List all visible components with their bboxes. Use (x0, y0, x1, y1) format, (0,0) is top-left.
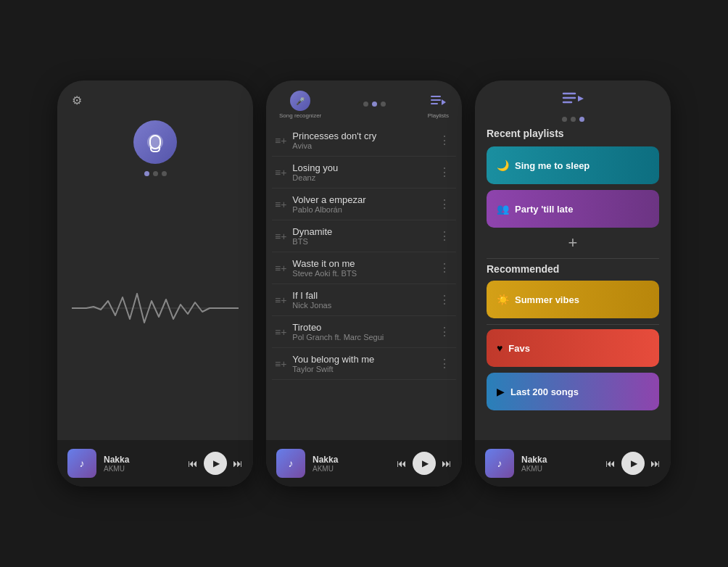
more-icon-1[interactable]: ⋮ (436, 133, 453, 147)
song-recognizer-label: Song recognizer (279, 112, 321, 119)
add-playlist-button[interactable]: + (487, 233, 659, 252)
song-info-6: If I fall Nick Jonas (292, 290, 436, 310)
add-queue-icon-5[interactable]: ≡+ (275, 262, 286, 274)
add-queue-icon-7[interactable]: ≡+ (275, 326, 286, 338)
playlist-card-party-till-late[interactable]: 👥 Party 'till late (487, 190, 659, 228)
phone3-album-art: ♪ (485, 449, 514, 478)
phone3-next-button[interactable]: ⏭ (650, 458, 661, 469)
playlists-label: Playlists (428, 112, 449, 119)
more-icon-8[interactable]: ⋮ (436, 357, 453, 371)
playlists-nav-button[interactable]: Playlists (428, 91, 449, 119)
phone1-prev-button[interactable]: ⏮ (188, 458, 198, 469)
phone2-next-button[interactable]: ⏭ (442, 458, 452, 469)
more-icon-5[interactable]: ⋮ (436, 261, 453, 275)
playlist-card-summer-vibes[interactable]: ☀️ Summer vibes (487, 281, 659, 318)
mic-icon (149, 135, 161, 149)
waveform-svg (72, 286, 239, 330)
divider-1 (487, 258, 659, 259)
summer-icon: ☀️ (497, 294, 509, 305)
phone2-dots (363, 102, 386, 107)
phone2-player-controls: ⏮ ▶ ⏭ (397, 452, 452, 475)
dot-2 (153, 171, 158, 176)
song-title-3: Volver a empezar (292, 194, 436, 205)
sing-me-label: Sing me to sleep (515, 160, 590, 171)
phone3-dots (475, 117, 671, 122)
phone2-prev-button[interactable]: ⏮ (397, 458, 407, 469)
phone3-player-title: Nakka (521, 455, 598, 465)
phone2-album-art-icon: ♪ (289, 458, 294, 469)
add-queue-icon-8[interactable]: ≡+ (275, 358, 286, 370)
phone2-dot-3 (381, 102, 386, 107)
song-info-8: You belong with me Taylor Swift (292, 354, 436, 373)
song-info-3: Volver a empezar Pablo Alborán (292, 194, 436, 214)
song-title-5: Waste it on me (292, 258, 436, 269)
song-item-8: ≡+ You belong with me Taylor Swift ⋮ (272, 348, 456, 380)
dot-1 (144, 171, 149, 176)
phone2-header: 🎤 Song recognizer Playlists (266, 80, 462, 125)
add-playlist-icon: + (568, 233, 578, 252)
playlist-icon (428, 91, 448, 111)
song-artist-5: Steve Aoki ft. BTS (292, 269, 436, 278)
phone1-content (57, 113, 253, 440)
song-info-4: Dynamite BTS (292, 226, 436, 246)
add-queue-icon-4[interactable]: ≡+ (275, 231, 286, 242)
phone2-player-info: Nakka AKMU (313, 455, 389, 473)
summer-label: Summer vibes (515, 294, 579, 305)
song-item-7: ≡+ Tiroteo Pol Granch ft. Marc Segui ⋮ (272, 316, 456, 348)
phones-container: ⚙ ♪ Nakka AKMU (57, 80, 671, 487)
more-icon-6[interactable]: ⋮ (436, 293, 453, 307)
more-icon-7[interactable]: ⋮ (436, 325, 453, 339)
phone2-play-button[interactable]: ▶ (413, 452, 436, 475)
phone-1: ⚙ ♪ Nakka AKMU (57, 80, 253, 487)
phone3-play-icon: ▶ (631, 458, 637, 468)
song-item-5: ≡+ Waste it on me Steve Aoki ft. BTS ⋮ (272, 252, 456, 284)
add-queue-icon-2[interactable]: ≡+ (275, 167, 286, 178)
add-queue-icon-6[interactable]: ≡+ (275, 294, 286, 306)
phone1-album-art: ♪ (67, 449, 96, 478)
song-artist-6: Nick Jonas (292, 301, 436, 310)
phone1-play-button[interactable]: ▶ (204, 452, 227, 475)
song-title-1: Princesses don't cry (292, 131, 436, 141)
phone1-play-icon: ▶ (213, 458, 220, 468)
playlist-card-favs[interactable]: ♥ Favs (487, 329, 659, 367)
gear-icon[interactable]: ⚙ (72, 94, 82, 107)
svg-marker-8 (578, 96, 584, 102)
more-icon-3[interactable]: ⋮ (436, 197, 453, 211)
phone2-album-art: ♪ (276, 449, 305, 478)
song-info-2: Losing you Deanz (292, 162, 436, 182)
dot-3 (162, 171, 167, 176)
phone3-player-bar: ♪ Nakka AKMU ⏮ ▶ ⏭ (475, 440, 671, 487)
song-info-7: Tiroteo Pol Granch ft. Marc Segui (292, 322, 436, 342)
phone2-player-artist: AKMU (313, 465, 389, 473)
last200-label: Last 200 songs (510, 386, 579, 397)
phone1-player-controls: ⏮ ▶ ⏭ (188, 452, 243, 475)
phone3-header (475, 80, 671, 109)
more-icon-4[interactable]: ⋮ (436, 229, 453, 243)
playlist-card-sing-me-to-sleep[interactable]: 🌙 Sing me to sleep (487, 146, 659, 184)
phone1-player-title: Nakka (104, 455, 181, 465)
more-icon-2[interactable]: ⋮ (436, 165, 453, 179)
song-item-6: ≡+ If I fall Nick Jonas ⋮ (272, 284, 456, 316)
phone3-play-button[interactable]: ▶ (621, 452, 645, 475)
add-queue-icon-3[interactable]: ≡+ (275, 199, 286, 210)
phone1-next-button[interactable]: ⏭ (233, 458, 243, 469)
song-title-6: If I fall (292, 290, 436, 301)
phone2-player-bar: ♪ Nakka AKMU ⏮ ▶ ⏭ (266, 440, 462, 487)
song-title-2: Losing you (292, 162, 436, 173)
phone3-prev-button[interactable]: ⏮ (605, 458, 616, 469)
phone2-songs-list: ≡+ Princesses don't cry Aviva ⋮ ≡+ Losin… (266, 125, 462, 440)
playlist-card-last200[interactable]: ▶ Last 200 songs (487, 373, 659, 410)
add-queue-icon-1[interactable]: ≡+ (275, 135, 286, 146)
song-info-5: Waste it on me Steve Aoki ft. BTS (292, 258, 436, 278)
song-item-4: ≡+ Dynamite BTS ⋮ (272, 220, 456, 252)
song-recognizer-button[interactable]: 🎤 Song recognizer (279, 91, 321, 119)
song-artist-4: BTS (292, 237, 436, 246)
phone3-dot-3 (579, 117, 584, 122)
song-artist-7: Pol Granch ft. Marc Segui (292, 333, 436, 342)
phone2-play-icon: ▶ (422, 458, 429, 468)
phone1-player-info: Nakka AKMU (104, 455, 181, 473)
phone2-player-title: Nakka (313, 455, 389, 465)
svg-marker-4 (442, 99, 446, 105)
song-artist-2: Deanz (292, 173, 436, 182)
mic-button[interactable] (133, 120, 177, 164)
